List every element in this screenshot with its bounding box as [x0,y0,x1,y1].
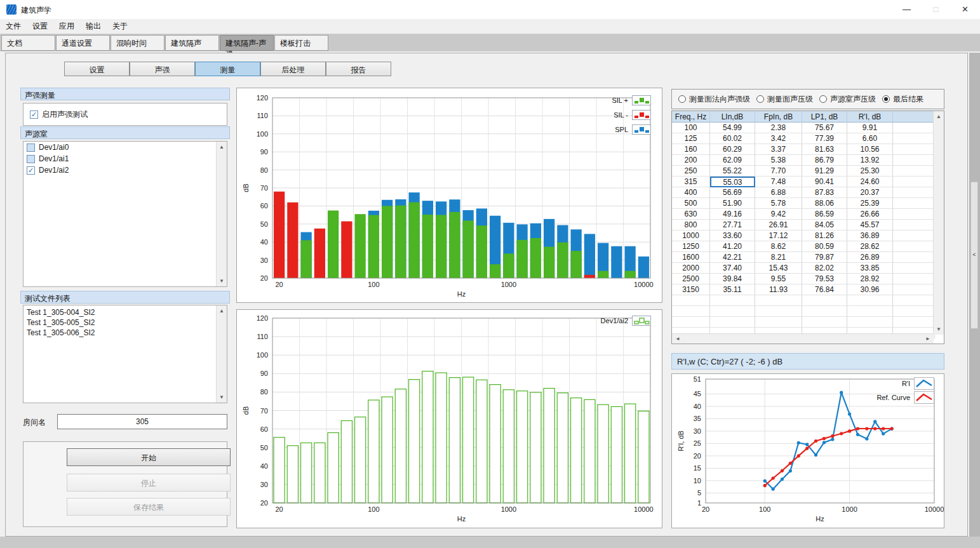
table-cell-1-0[interactable]: 125 [672,133,710,144]
table-cell-10-2[interactable]: 17.12 [755,231,802,241]
table-cell-6-1[interactable]: 56.69 [710,187,755,198]
main-tab-0[interactable]: 文档 [1,35,55,51]
table-cell-5-4[interactable]: 24.60 [847,177,893,187]
sub-tab-4[interactable]: 报告 [326,62,391,76]
table-cell-9-3[interactable]: 84.05 [802,220,847,231]
table-cell-4-5[interactable] [893,166,935,177]
table-cell-7-5[interactable] [893,198,935,209]
table-cell-7-2[interactable]: 5.78 [755,198,802,209]
radio-icon[interactable] [882,95,890,103]
table-cell-5-5[interactable] [893,177,935,187]
table-cell-3-3[interactable]: 86.79 [802,155,847,166]
radio-icon[interactable] [819,95,827,103]
table-cell-11-1[interactable]: 41.20 [710,241,755,252]
table-cell-0-5[interactable] [893,123,935,133]
table-cell-8-0[interactable]: 630 [672,209,710,220]
table-cell-9-0[interactable]: 800 [672,220,710,231]
scroll-down-icon[interactable]: ▼ [217,278,227,284]
table-cell-10-1[interactable]: 33.60 [710,231,755,241]
file-item-0[interactable]: Test 1_305-004_SI2 [23,307,227,317]
table-header-5[interactable] [893,111,935,123]
table-horizontal-scrollbar[interactable]: ◄ ► [672,333,934,344]
table-cell-14-0[interactable]: 2500 [672,274,710,284]
table-cell-1-4[interactable]: 6.60 [847,133,893,144]
table-cell-14-5[interactable] [893,274,935,284]
table-cell-1-2[interactable]: 3.42 [755,133,802,144]
table-cell-7-0[interactable]: 500 [672,198,710,209]
table-cell-4-2[interactable]: 7.70 [755,166,802,177]
device-list-scrollbar[interactable]: ▲ ▼ [216,142,227,286]
table-cell-7-1[interactable]: 51.90 [710,198,755,209]
table-cell-14-3[interactable]: 79.53 [802,274,847,284]
table-vertical-scrollbar[interactable]: ▲ ▼ [933,111,944,335]
device-row-1[interactable]: Dev1/ai1 [23,153,227,164]
scroll-left-icon[interactable]: ◄ [675,336,680,342]
table-cell-15-4[interactable]: 30.96 [847,284,893,295]
scroll-down-icon[interactable]: ▼ [934,326,944,332]
table-cell-8-4[interactable]: 26.66 [847,209,893,220]
table-cell-8-5[interactable] [893,209,935,220]
table-cell-13-0[interactable]: 2000 [672,263,710,274]
table-cell-1-5[interactable] [893,133,935,144]
table-cell-4-4[interactable]: 25.30 [847,166,893,177]
radio-1[interactable]: 测量面声压级 [756,94,813,105]
save-results-button[interactable]: 保存结果 [67,498,231,516]
table-cell-11-3[interactable]: 80.59 [802,241,847,252]
scroll-down-icon[interactable]: ▼ [217,394,227,400]
file-item-1[interactable]: Test 1_305-005_SI2 [23,317,227,328]
table-cell-0-2[interactable]: 2.38 [755,123,802,133]
table-header-1[interactable]: LIn,dB [710,111,755,123]
table-cell-11-5[interactable] [893,241,935,252]
radio-0[interactable]: 测量面法向声强级 [678,94,750,105]
start-button[interactable]: 开始 [67,448,231,466]
table-cell-6-2[interactable]: 6.88 [755,187,802,198]
table-cell-12-2[interactable]: 8.21 [755,252,802,263]
main-tab-5[interactable]: 楼板打击 [274,35,328,51]
radio-icon[interactable] [756,95,764,103]
radio-2[interactable]: 声源室声压级 [819,94,876,105]
table-cell-2-1[interactable]: 60.29 [710,144,755,155]
device-checkbox[interactable]: ✓ [27,166,35,175]
file-list-scrollbar[interactable]: ▲ ▼ [216,305,227,403]
sub-tab-2[interactable]: 测量 [195,62,260,76]
table-header-2[interactable]: FpIn, dB [755,111,802,123]
main-tab-4[interactable]: 建筑隔声-声强 [220,35,274,51]
table-cell-0-1[interactable]: 54.99 [710,123,755,133]
stop-button[interactable]: 停止 [67,474,231,491]
menu-item-0[interactable]: 文件 [0,19,27,34]
table-cell-8-3[interactable]: 86.59 [802,209,847,220]
table-cell-0-3[interactable]: 75.67 [802,123,847,133]
table-cell-5-2[interactable]: 7.48 [755,177,802,187]
table-cell-5-1[interactable]: 55.03 [710,177,755,187]
scroll-right-icon[interactable]: ► [925,336,930,342]
radio-icon[interactable] [678,95,686,103]
table-cell-9-5[interactable] [893,220,935,231]
table-cell-13-3[interactable]: 82.02 [802,263,847,274]
menu-item-4[interactable]: 关于 [107,19,133,34]
file-item-2[interactable]: Test 1_305-006_SI2 [23,328,227,338]
table-cell-14-1[interactable]: 39.84 [710,274,755,284]
table-cell-13-4[interactable]: 33.85 [847,263,893,274]
table-cell-9-1[interactable]: 27.71 [710,220,755,231]
table-cell-15-1[interactable]: 35.11 [710,284,755,295]
table-cell-10-4[interactable]: 36.89 [847,231,893,241]
table-cell-12-5[interactable] [893,252,935,263]
table-cell-13-5[interactable] [893,263,935,274]
device-checkbox[interactable] [27,155,35,163]
room-name-input[interactable]: 305 [57,414,227,429]
table-cell-6-3[interactable]: 87.83 [802,187,847,198]
table-cell-4-3[interactable]: 91.29 [802,166,847,177]
table-cell-12-0[interactable]: 1600 [672,252,710,263]
table-cell-9-4[interactable]: 45.57 [847,220,893,231]
table-cell-2-5[interactable] [893,144,935,155]
table-cell-12-3[interactable]: 79.87 [802,252,847,263]
device-row-2[interactable]: ✓Dev1/ai2 [23,164,227,176]
menu-item-3[interactable]: 输出 [80,19,107,34]
table-cell-7-3[interactable]: 88.06 [802,198,847,209]
table-cell-2-0[interactable]: 160 [672,144,710,155]
table-cell-3-1[interactable]: 62.09 [710,155,755,166]
main-tab-2[interactable]: 混响时间 [111,35,164,51]
table-header-0[interactable]: Freq., Hz [672,111,710,123]
device-checkbox[interactable] [27,144,35,152]
table-cell-2-2[interactable]: 3.37 [755,144,802,155]
